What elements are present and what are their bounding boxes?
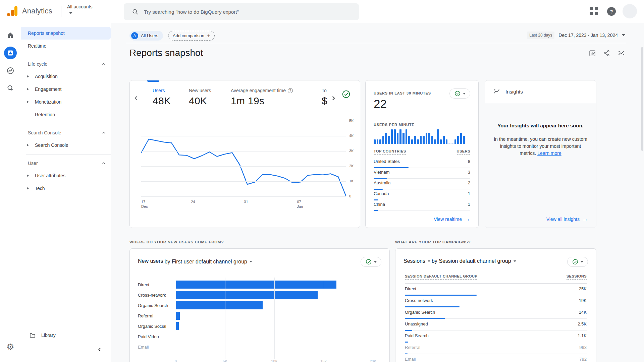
sidebar-item-label: Search Console — [35, 142, 68, 148]
chevron-down-icon[interactable] — [514, 260, 516, 262]
dimension-title: by Session default channel group — [432, 258, 511, 264]
channel-row[interactable]: Cross-network — [130, 290, 381, 300]
section-search-console[interactable]: Search Console — [21, 127, 111, 139]
channel-row[interactable]: Email — [130, 342, 381, 352]
channel-row[interactable]: Direct — [130, 280, 381, 290]
share-button[interactable] — [603, 50, 610, 57]
data-quality-dropdown[interactable] — [449, 88, 470, 99]
card-title: Sessions by Session default channel grou… — [404, 258, 516, 264]
collapse-sidebar-button[interactable] — [97, 347, 103, 354]
sessions-value: 782 — [579, 357, 587, 362]
admin-nav-button[interactable]: ⚙ — [4, 341, 17, 353]
column-header-users[interactable]: USERS — [457, 149, 470, 155]
data-quality-dropdown[interactable] — [361, 257, 381, 267]
session-row[interactable]: Paid Search1.1K — [405, 330, 587, 342]
metric-tab-avg-engagement-time[interactable]: Average engagement time? 1m 19s — [231, 88, 293, 107]
session-row[interactable]: Organic Search14K — [405, 307, 587, 319]
data-quality-badge[interactable] — [342, 90, 351, 100]
session-row[interactable]: Email782 — [405, 354, 587, 362]
x-tick-label: 31 — [244, 199, 248, 204]
avatar[interactable] — [623, 4, 637, 18]
country-row[interactable]: China1 — [374, 200, 470, 211]
sidebar-item-user-attributes[interactable]: User attributes — [21, 169, 111, 182]
google-apps-grid-icon[interactable] — [590, 7, 599, 16]
channel-row[interactable]: Organic Search — [130, 300, 381, 311]
top-header: Analytics All accounts ? — [0, 0, 644, 23]
insights-card: Insights Your Insights will appear here … — [485, 80, 596, 228]
home-nav-button[interactable] — [4, 29, 17, 42]
channel-row[interactable]: Paid Video — [130, 331, 381, 342]
chevron-down-icon[interactable] — [250, 261, 252, 262]
session-row[interactable]: Referral963 — [405, 342, 587, 354]
section-user[interactable]: User — [21, 157, 111, 169]
chevron-up-icon[interactable] — [101, 62, 106, 66]
metric-tab-total-revenue-partial[interactable]: To $ — [322, 88, 327, 107]
account-switcher[interactable]: All accounts — [67, 4, 92, 15]
sidebar-item-realtime[interactable]: Realtime — [21, 40, 111, 52]
data-quality-dropdown[interactable] — [567, 257, 588, 267]
expand-arrow-icon[interactable] — [27, 144, 29, 146]
minute-bar — [391, 129, 393, 144]
x-tick-label: 17Dec — [141, 199, 148, 209]
channel-name: Organic Search — [405, 310, 435, 315]
comparison-chip-all-users[interactable]: A All Users — [129, 31, 163, 41]
section-life-cycle[interactable]: Life cycle — [21, 58, 111, 70]
column-header-sessions[interactable]: SESSIONS — [567, 274, 587, 280]
sidebar-item-engagement[interactable]: Engagement — [21, 83, 111, 96]
minute-bar — [397, 133, 399, 144]
expand-arrow-icon[interactable] — [27, 75, 29, 78]
column-header-channel-group[interactable]: SESSION DEFAULT CHANNEL GROUP — [405, 274, 477, 280]
sessions-value: 963 — [579, 345, 587, 350]
sidebar-item-search-console[interactable]: Search Console — [21, 139, 111, 152]
sidebar-item-acquisition[interactable]: Acquisition — [21, 70, 111, 83]
search-input[interactable] — [144, 9, 345, 15]
help-icon[interactable]: ? — [607, 7, 616, 16]
explore-icon — [6, 67, 14, 75]
channel-row[interactable]: Organic Social — [130, 321, 381, 331]
carousel-prev-button[interactable] — [132, 95, 140, 103]
sidebar-item-library[interactable]: Library — [21, 328, 111, 342]
sidebar-item-tech[interactable]: Tech — [21, 182, 111, 195]
expand-arrow-icon[interactable] — [27, 101, 29, 103]
session-row[interactable]: Cross-network19K — [405, 295, 587, 307]
chevron-down-icon[interactable] — [428, 260, 430, 262]
session-row[interactable]: Direct25K — [405, 284, 587, 295]
chevron-up-icon[interactable] — [101, 130, 106, 135]
explore-nav-button[interactable] — [4, 64, 17, 77]
date-range-picker[interactable]: Last 28 days Dec 17, 2023 - Jan 13, 2024 — [527, 32, 625, 39]
country-row[interactable]: United States8 — [374, 157, 470, 168]
advertising-nav-button[interactable] — [4, 82, 17, 95]
session-row[interactable]: Unassigned2.5K — [405, 319, 587, 330]
sidebar-item-retention[interactable]: Retention — [21, 108, 111, 121]
chevron-up-icon[interactable] — [101, 161, 106, 166]
scrollbar-thumb[interactable] — [641, 47, 643, 151]
country-row[interactable]: Vietnam3 — [374, 168, 470, 179]
insights-button[interactable] — [618, 50, 625, 57]
analytics-logo[interactable]: Analytics — [6, 5, 52, 17]
view-all-insights-link[interactable]: View all insights→ — [546, 216, 588, 222]
country-row[interactable]: Canada1 — [374, 189, 470, 200]
channel-label: Referral — [138, 313, 153, 318]
learn-more-link[interactable]: Learn more — [537, 150, 561, 156]
carousel-next-button[interactable] — [330, 95, 337, 103]
sidebar-item-monetization[interactable]: Monetization — [21, 96, 111, 108]
search-bar[interactable] — [124, 3, 359, 20]
minute-bar — [434, 139, 436, 144]
expand-arrow-icon[interactable] — [27, 187, 29, 190]
expand-arrow-icon[interactable] — [27, 174, 29, 177]
reports-nav-button[interactable] — [4, 47, 17, 59]
country-row[interactable]: Australia2 — [374, 179, 470, 189]
add-comparison-button[interactable]: Add comparison + — [168, 31, 215, 41]
view-realtime-link[interactable]: View realtime→ — [434, 216, 470, 222]
metric-selector[interactable]: New users — [138, 258, 163, 265]
customize-report-button[interactable] — [589, 50, 596, 57]
metric-tab-users[interactable]: Users 48K — [153, 88, 171, 107]
help-icon[interactable]: ? — [288, 88, 293, 93]
metric-tab-new-users[interactable]: New users 40K — [189, 88, 211, 107]
channel-row[interactable]: Referral — [130, 311, 381, 321]
metric-selector[interactable]: Sessions — [404, 258, 425, 264]
column-header-top-countries[interactable]: TOP COUNTRIES — [374, 149, 406, 155]
app-name: Analytics — [22, 7, 52, 15]
expand-arrow-icon[interactable] — [27, 88, 29, 90]
sidebar-item-reports-snapshot[interactable]: Reports snapshot — [21, 27, 111, 40]
